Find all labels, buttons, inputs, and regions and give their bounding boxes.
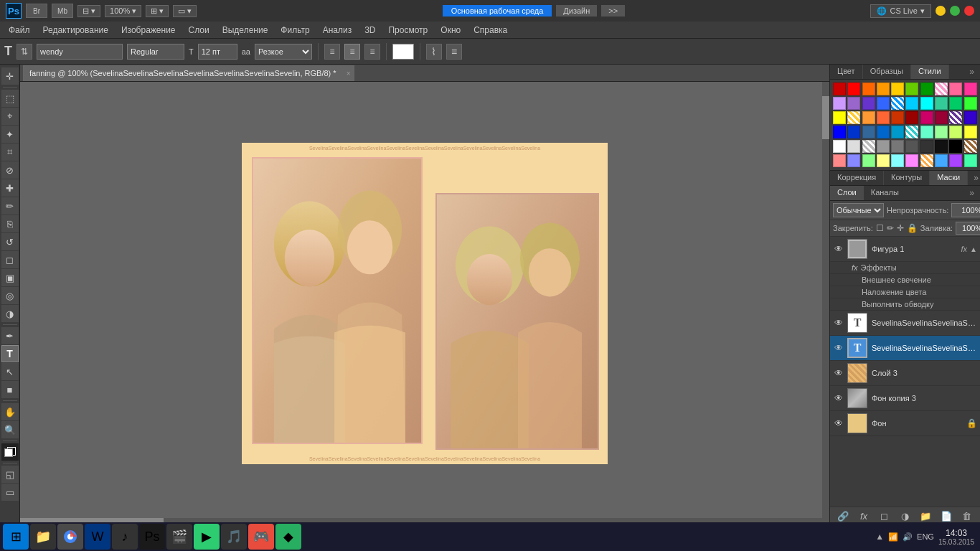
swatch-32[interactable]	[862, 126, 875, 138]
lock-transparent-icon[interactable]: ☐	[876, 223, 884, 233]
layer-folder-button[interactable]: 📁	[918, 509, 933, 524]
workspace-button[interactable]: Основная рабочая среда	[443, 5, 552, 17]
blend-mode-select[interactable]: Обычные	[833, 203, 884, 217]
font-style-input[interactable]	[127, 44, 184, 60]
tab-styles[interactable]: Стили	[911, 65, 949, 79]
layer-item-shape1[interactable]: 👁 Фигура 1 fx ▲	[830, 237, 980, 262]
layer-fx-button[interactable]: fx	[857, 509, 871, 524]
swatch-26[interactable]	[920, 111, 933, 124]
gradient-tool[interactable]: ▣	[1, 269, 19, 286]
layer-visibility-bg-copy3[interactable]: 👁	[833, 392, 844, 404]
view-extras-button[interactable]: ⊟ ▾	[77, 5, 100, 17]
menu-analysis[interactable]: Анализ	[317, 24, 358, 37]
canvas-scroll-thumb-v[interactable]	[822, 96, 829, 139]
layer-visibility-bg[interactable]: 👁	[833, 418, 844, 429]
layer-item-background[interactable]: 👁 Фон 🔒	[830, 411, 980, 436]
crop-tool[interactable]: ⌗	[1, 143, 19, 161]
menu-file[interactable]: Файл	[3, 24, 36, 37]
quick-select-tool[interactable]: ✦	[1, 126, 19, 143]
swatch-4[interactable]	[891, 83, 904, 95]
layer-delete-button[interactable]: 🗑	[960, 509, 974, 524]
swatch-24[interactable]	[891, 111, 904, 124]
swatch-11[interactable]	[847, 97, 860, 110]
path-selection-tool[interactable]: ↖	[1, 363, 19, 380]
layer-effect-color-overlay[interactable]: Наложение цвета	[830, 286, 980, 298]
layer-item-layer3[interactable]: 👁 Слой 3	[830, 361, 980, 386]
swatch-30[interactable]	[833, 126, 846, 138]
history-brush-tool[interactable]: ↺	[1, 233, 19, 250]
align-right-button[interactable]: ≡	[364, 44, 380, 60]
fill-input[interactable]	[956, 222, 980, 235]
taskbar-music[interactable]: ♪	[112, 524, 138, 550]
swatch-16[interactable]	[920, 97, 933, 110]
layer-visibility-layer3[interactable]: 👁	[833, 367, 844, 379]
design-button[interactable]: Дизайн	[556, 5, 597, 17]
toggle-text-orientation[interactable]: ⇅	[17, 44, 32, 60]
layer-adjustment-button[interactable]: ◑	[897, 509, 912, 524]
arrange-button[interactable]: ⊞ ▾	[146, 5, 169, 17]
shape-tool[interactable]: ■	[1, 381, 19, 398]
taskbar-app2[interactable]: ▶	[194, 524, 220, 550]
tab-correction[interactable]: Коррекция	[830, 171, 884, 185]
eraser-tool[interactable]: ◻	[1, 251, 19, 268]
tab-close-button[interactable]: ×	[347, 70, 351, 77]
layer-item-bg-copy3[interactable]: 👁 Фон копия 3	[830, 386, 980, 411]
swatch-5[interactable]	[905, 83, 918, 95]
swatch-57[interactable]	[935, 154, 948, 167]
zoom-tool[interactable]: 🔍	[1, 421, 19, 438]
swatch-46[interactable]	[920, 140, 933, 153]
layer-effect-outer-glow[interactable]: Внешнее свечение	[830, 274, 980, 286]
align-center-button[interactable]: ≡	[344, 44, 360, 60]
zoom-button[interactable]: 100% ▾	[105, 5, 141, 17]
swatch-45[interactable]	[905, 140, 918, 153]
swatch-34[interactable]	[891, 126, 904, 138]
maximize-button[interactable]	[950, 6, 960, 16]
layer-visibility-shape1[interactable]: 👁	[833, 243, 844, 255]
swatch-23[interactable]	[877, 111, 890, 124]
layer-item-text2[interactable]: 👁 T SevelinaSevelinaSevelinaSevelinaSeve…	[830, 336, 980, 361]
tab-swatches[interactable]: Образцы	[863, 65, 911, 79]
cslive-button[interactable]: 🌐 CS Live ▾	[870, 4, 931, 18]
lock-paint-icon[interactable]: ✏	[887, 223, 894, 233]
swatch-28[interactable]	[949, 111, 962, 124]
swatch-58[interactable]	[949, 154, 962, 167]
swatch-18[interactable]	[949, 97, 962, 110]
tray-show-hidden[interactable]: ▲	[875, 532, 884, 542]
swatch-36[interactable]	[920, 126, 933, 138]
swatch-2[interactable]	[862, 83, 875, 95]
canvas-container[interactable]: SevelinaSevelinaSevelinaSevelinaSevelina…	[20, 82, 829, 525]
tray-clock[interactable]: 14:03 15.03.2015	[938, 528, 974, 546]
swatch-31[interactable]	[847, 126, 860, 138]
font-family-input[interactable]	[37, 44, 123, 60]
swatch-42[interactable]	[862, 140, 875, 153]
tab-channels[interactable]: Каналы	[864, 186, 906, 200]
tray-keyboard[interactable]: ENG	[917, 532, 934, 541]
taskbar-app4[interactable]: 🎮	[248, 524, 274, 550]
taskbar-sims[interactable]: ◆	[275, 524, 301, 550]
swatch-39[interactable]	[964, 126, 977, 138]
swatch-8[interactable]	[949, 83, 962, 95]
bridge-button[interactable]: Br	[26, 4, 47, 18]
menu-view[interactable]: Просмотр	[382, 24, 433, 37]
swatch-0[interactable]	[833, 83, 846, 95]
layer-link-button[interactable]: 🔗	[836, 509, 850, 524]
more-workspaces-button[interactable]: >>	[601, 5, 625, 17]
swatch-20[interactable]	[833, 111, 846, 124]
document-tab[interactable]: fanning @ 100% (SevelinaSevelinaSevelina…	[23, 65, 354, 81]
marquee-tool[interactable]: ⬚	[1, 90, 19, 107]
swatch-49[interactable]	[964, 140, 977, 153]
swatch-27[interactable]	[935, 111, 948, 124]
brush-tool[interactable]: ✏	[1, 197, 19, 215]
swatch-38[interactable]	[949, 126, 962, 138]
swatch-40[interactable]	[833, 140, 846, 153]
swatch-10[interactable]	[833, 97, 846, 110]
lasso-tool[interactable]: ⌖	[1, 108, 19, 125]
tab-color[interactable]: Цвет	[830, 65, 863, 79]
menu-edit[interactable]: Редактирование	[37, 24, 114, 37]
foreground-bg-colors[interactable]	[1, 443, 19, 461]
swatch-59[interactable]	[964, 154, 977, 167]
clone-stamp-tool[interactable]: ⎘	[1, 215, 19, 232]
layers-panel-collapse[interactable]: »	[963, 186, 980, 200]
swatch-47[interactable]	[935, 140, 948, 153]
swatch-15[interactable]	[905, 97, 918, 110]
